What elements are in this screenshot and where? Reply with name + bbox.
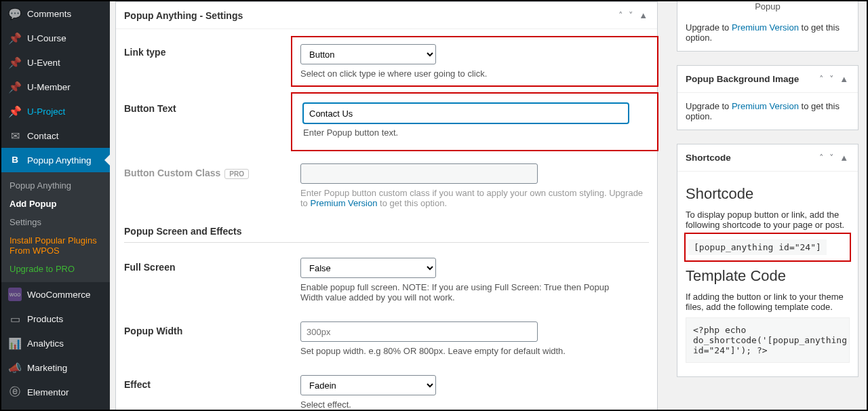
menu-label: Analytics (27, 338, 64, 349)
sidebar-item-comments[interactable]: 💬Comments (1, 1, 110, 26)
chevron-up-icon[interactable]: ˄ (818, 151, 825, 164)
menu-label: U-Project (27, 106, 65, 117)
collapse-icon[interactable]: ▲ (637, 9, 649, 22)
mail-icon: ✉ (8, 129, 22, 142)
sidebar-item-analytics[interactable]: 📊Analytics (1, 331, 110, 355)
comment-icon: 💬 (8, 7, 22, 20)
shortcode-heading: Shortcode (686, 185, 850, 203)
megaphone-icon: 📣 (8, 361, 22, 374)
help-button-text: Enter Popup button text. (303, 128, 646, 138)
menu-label: Contact (27, 131, 59, 141)
pin-icon: 📌 (8, 56, 22, 69)
template-code-desc: If adding the button or link to your the… (686, 292, 850, 312)
menu-label: Marketing (27, 363, 67, 373)
template-code[interactable]: <?php echo do_shortcode('[popup_anything… (686, 317, 850, 363)
sidebar-item-contact[interactable]: ✉Contact (1, 123, 110, 148)
panel-tools: ˄ ˅ ▲ (617, 9, 649, 22)
elementor-icon: ⓔ (8, 385, 22, 399)
sidebar-item-elementor[interactable]: ⓔElementor (1, 380, 110, 404)
products-icon: ▭ (8, 312, 22, 326)
submenu-install-plugins[interactable]: Install Popular Plugins From WPOS (1, 231, 110, 260)
submenu: Popup Anything Add Popup Settings Instal… (1, 172, 110, 282)
side-panel-popup: Popup Upgrade to Premium Version to get … (677, 1, 859, 52)
side-panel-sc-title: Shortcode (686, 153, 731, 163)
field-effect: Effect Fadein Select effect. (124, 366, 649, 410)
field-popup-width: Popup Width Set popup width. e.g 80% OR … (124, 312, 649, 366)
collapse-icon[interactable]: ▲ (838, 151, 850, 164)
sidebar-item-ucourse[interactable]: 📌U-Course (1, 26, 110, 50)
submenu-add-popup[interactable]: Add Popup (1, 195, 110, 213)
template-code-heading: Template Code (686, 267, 850, 285)
sidebar-item-uevent[interactable]: 📌U-Event (1, 50, 110, 75)
label-custom-class: Button Custom ClassPRO (124, 163, 300, 179)
sidebar-item-woocommerce[interactable]: wooWooCommerce (1, 282, 110, 307)
shortcode-desc: To display popup button or link, add the… (686, 210, 850, 230)
link-premium[interactable]: Premium Version (732, 101, 799, 111)
sidebar-item-umember[interactable]: 📌U-Member (1, 75, 110, 99)
menu-label: Products (27, 314, 63, 324)
chevron-down-icon[interactable]: ˅ (828, 73, 835, 85)
link-premium[interactable]: Premium Version (732, 22, 799, 33)
b-icon: B (8, 153, 22, 167)
select-full-screen[interactable]: False (300, 258, 436, 278)
panel-title: Popup Anything - Settings (124, 10, 243, 21)
section-screen-effects: Popup Screen and Effects (124, 226, 649, 243)
field-full-screen: Full Screen False Enable popup full scre… (124, 248, 649, 312)
menu-label: Popup Anything (27, 155, 92, 165)
link-premium[interactable]: Premium Version (310, 198, 377, 208)
sidebar-item-uproject[interactable]: 📌U-Project (1, 99, 110, 123)
input-popup-width[interactable] (300, 321, 538, 342)
help-effect: Select effect. (300, 399, 649, 410)
side-panel-popup-title: Popup (755, 1, 781, 12)
woo-icon: woo (8, 288, 22, 301)
sidebar-item-products[interactable]: ▭Products (1, 307, 110, 331)
chevron-down-icon[interactable]: ˅ (828, 151, 835, 164)
side-panel-shortcode: Shortcode ˄˅▲ Shortcode To display popup… (677, 144, 859, 377)
help-full-screen: Enable popup full screen. NOTE: If you a… (300, 282, 612, 302)
sidebar-item-marketing[interactable]: 📣Marketing (1, 355, 110, 380)
submenu-settings[interactable]: Settings (1, 213, 110, 231)
pro-badge: PRO (224, 169, 249, 179)
panel-header: Popup Anything - Settings ˄ ˅ ▲ (116, 2, 657, 29)
menu-label: Comments (27, 9, 71, 19)
select-link-type[interactable]: Button (300, 44, 436, 64)
chevron-down-icon[interactable]: ˅ (627, 9, 635, 22)
main-content: Popup Anything - Settings ˄ ˅ ▲ Link typ… (110, 1, 867, 410)
menu-label: Elementor (27, 387, 69, 397)
label-link-type: Link type (124, 43, 300, 58)
field-custom-class: Button Custom ClassPRO Enter Popup butto… (124, 154, 649, 218)
pin-icon: 📌 (8, 104, 22, 118)
side-panel-bg-image: Popup Background Image ˄˅▲ Upgrade to Pr… (677, 65, 859, 130)
pin-icon: 📌 (8, 80, 22, 94)
label-full-screen: Full Screen (124, 258, 300, 273)
chevron-up-icon[interactable]: ˄ (818, 73, 825, 85)
shortcode-code[interactable]: [popup_anything id="24"] (688, 239, 827, 255)
select-effect[interactable]: Fadein (300, 375, 436, 395)
help-popup-width: Set popup width. e.g 80% OR 800px. Leave… (300, 346, 649, 356)
chevron-up-icon[interactable]: ˄ (617, 9, 625, 22)
shortcode-highlight: [popup_anything id="24"] (684, 233, 851, 262)
help-link-type: Select on click type ie where user going… (300, 68, 649, 79)
input-custom-class (300, 163, 538, 184)
side-panel-popup-body: Upgrade to Premium Version to get this o… (677, 14, 858, 51)
admin-sidebar: 💬Comments 📌U-Course 📌U-Event 📌U-Member 📌… (1, 1, 110, 410)
label-popup-width: Popup Width (124, 321, 300, 336)
help-custom-class: Enter Popup button custom class if you w… (300, 188, 649, 208)
analytics-icon: 📊 (8, 336, 22, 350)
label-button-text: Button Text (124, 99, 300, 114)
label-effect: Effect (124, 375, 300, 390)
menu-label: U-Course (27, 33, 66, 43)
menu-label: U-Member (27, 82, 71, 92)
menu-label: U-Event (27, 58, 60, 68)
side-panel-bg-body: Upgrade to Premium Version to get this o… (677, 93, 858, 130)
field-link-type: Link type Button Select on click type ie… (124, 33, 649, 90)
input-button-text[interactable] (303, 103, 629, 123)
field-button-text: Button Text Enter Popup button text. (124, 90, 649, 154)
sidebar-item-popup-anything[interactable]: BPopup Anything (1, 148, 110, 172)
collapse-icon[interactable]: ▲ (838, 73, 850, 85)
pin-icon: 📌 (8, 31, 22, 45)
menu-label: WooCommerce (27, 290, 91, 300)
submenu-upgrade-pro[interactable]: Upgrade to PRO (1, 260, 110, 278)
side-panel-bg-title: Popup Background Image (686, 74, 799, 84)
submenu-popup-anything[interactable]: Popup Anything (1, 176, 110, 195)
